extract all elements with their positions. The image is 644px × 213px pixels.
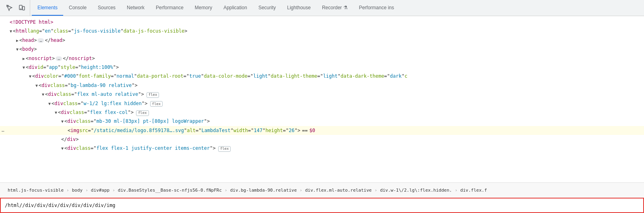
tabs-container: Elements Console Sources Network Perform… <box>32 0 642 16</box>
dom-line: <!DOCTYPE html> <box>0 18 644 27</box>
dom-line: <div id="app" style="height:100%" > <box>0 63 644 72</box>
expand-head-button[interactable]: … <box>37 38 44 43</box>
triangle-div-w[interactable] <box>48 100 51 107</box>
tab-sources[interactable]: Sources <box>92 0 121 16</box>
tab-perf-insights[interactable]: Performance ins <box>353 0 400 16</box>
expand-noscript-button[interactable]: … <box>56 56 62 61</box>
tab-performance[interactable]: Performance <box>150 0 189 16</box>
tab-memory[interactable]: Memory <box>189 0 218 16</box>
svg-rect-2 <box>23 6 25 10</box>
tab-elements[interactable]: Elements <box>32 0 63 16</box>
dom-line: <div class="w-1/2 lg:flex hidden " > fle… <box>0 99 644 108</box>
toolbar-icons <box>2 0 30 16</box>
path-bar: /html//div/div/div/div/div/div/div/img <box>0 198 644 213</box>
tab-lighthouse[interactable]: Lighthouse <box>281 0 316 16</box>
triangle-div-flex[interactable] <box>42 91 44 98</box>
triangle-div-flex1[interactable] <box>61 145 64 152</box>
dom-line: <head> … </head> <box>0 36 644 45</box>
breadcrumb-item[interactable]: div.bg-lambda-90.relative <box>228 187 299 194</box>
dom-line-highlighted: … <img src="/static/media/logo.8f59178….… <box>0 126 644 135</box>
tab-security[interactable]: Security <box>253 0 281 16</box>
triangle-noscript[interactable] <box>23 55 25 62</box>
dom-line: <div class="flex flex-1 justify-center i… <box>0 144 644 153</box>
dom-path: /html//div/div/div/div/div/div/div/img <box>5 203 116 208</box>
dom-line: <noscript> … </noscript> <box>0 54 644 63</box>
dom-line: <body> <box>0 45 644 54</box>
tab-recorder[interactable]: Recorder ⚗ <box>316 0 353 16</box>
dom-line: <html lang="en" class="js-focus-visible"… <box>0 27 644 35</box>
triangle-div-color[interactable] <box>29 73 31 80</box>
devtools-toolbar: Elements Console Sources Network Perform… <box>0 0 644 16</box>
inspect-icon[interactable] <box>4 2 15 14</box>
device-icon[interactable] <box>16 2 27 14</box>
triangle-head[interactable] <box>16 37 19 44</box>
three-dots-indicator: … <box>2 127 4 134</box>
breadcrumb-item[interactable]: div.w-1\/2.lg\:flex.hidden. <box>378 187 454 194</box>
breadcrumb-item[interactable]: div#app <box>89 187 112 194</box>
flex-badge[interactable]: flex <box>150 101 163 107</box>
tab-network[interactable]: Network <box>121 0 150 16</box>
breadcrumb-item[interactable]: body <box>70 187 85 194</box>
breadcrumb-item[interactable]: html.js-focus-visible <box>5 187 66 194</box>
dom-panel: <!DOCTYPE html> <html lang="en" class="j… <box>0 16 644 182</box>
tab-console[interactable]: Console <box>63 0 92 16</box>
dom-line: <div class="mb-30 ml-[83px] pt-[80px] lo… <box>0 117 644 126</box>
dom-line: <div class="flex ml-auto relative" > fle… <box>0 90 644 99</box>
triangle-html[interactable] <box>10 28 12 35</box>
tab-application[interactable]: Application <box>218 0 253 16</box>
triangle-div-mb[interactable] <box>61 118 64 125</box>
triangle-body[interactable] <box>16 46 19 53</box>
flex-badge[interactable]: flex <box>136 110 149 116</box>
breadcrumb-item[interactable]: div.BaseStyles__Base-sc-nfjs56-0.fNpFRc <box>116 187 224 194</box>
dom-line: <div color="#000" font-family="normal" d… <box>0 72 644 81</box>
triangle-div-bg[interactable] <box>35 82 38 89</box>
flex-badge[interactable]: flex <box>218 146 231 152</box>
breadcrumb-bar: html.js-focus-visible › body › div#app ›… <box>0 182 644 198</box>
dom-line: <div class="flex flex-col" > flex <box>0 108 644 117</box>
dom-line: </div> <box>0 135 644 144</box>
flex-badge[interactable]: flex <box>147 92 159 98</box>
breadcrumb-item[interactable]: div.flex.ml-auto.relative <box>303 187 374 194</box>
breadcrumb-item[interactable]: div.flex.f <box>458 187 489 194</box>
triangle-div-app[interactable] <box>23 64 25 71</box>
dom-line: <div class="bg-lambda-90 relative" > <box>0 81 644 90</box>
triangle-div-flexcol[interactable] <box>55 109 57 116</box>
